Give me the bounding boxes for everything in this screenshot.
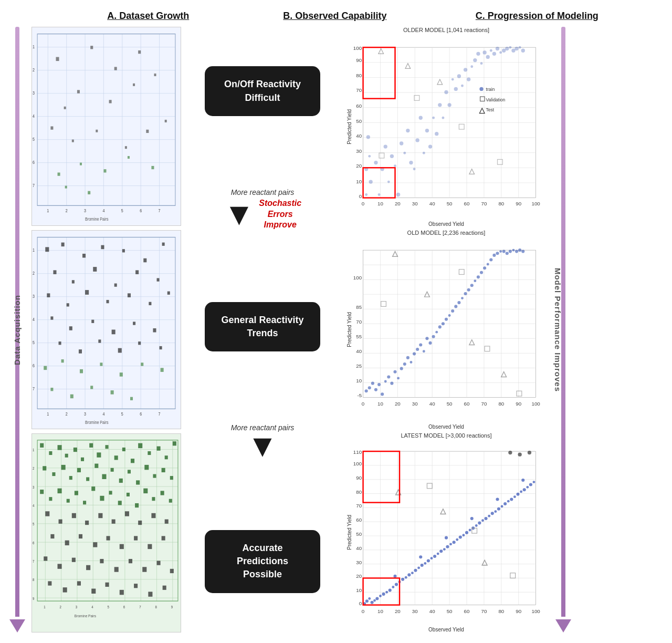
section-headers: A. Dataset Growth B. Observed Capability… [5, 11, 667, 22]
svg-point-441 [492, 254, 496, 257]
svg-text:80: 80 [498, 201, 504, 206]
scatter-old-model: OLD MODEL [2,236 reactions] Predicted Yi… [344, 230, 549, 430]
svg-point-564 [518, 453, 522, 457]
svg-text:3: 3 [33, 294, 35, 299]
svg-point-513 [395, 583, 398, 586]
svg-point-334 [482, 50, 486, 54]
svg-point-436 [477, 275, 480, 278]
svg-text:100: 100 [531, 201, 540, 206]
svg-point-421 [428, 341, 432, 345]
svg-text:70: 70 [481, 608, 487, 614]
svg-point-435 [474, 279, 476, 282]
svg-rect-198 [59, 520, 62, 524]
svg-point-504 [368, 597, 371, 600]
svg-point-408 [387, 375, 390, 378]
svg-text:1: 1 [33, 44, 35, 49]
svg-point-298 [368, 155, 371, 158]
svg-point-324 [452, 78, 454, 81]
svg-rect-169 [77, 468, 81, 472]
svg-text:20: 20 [395, 608, 401, 614]
capability-box-3-text: Accurate Predictions Possible [237, 543, 288, 579]
svg-point-447 [512, 249, 515, 252]
svg-rect-74 [143, 258, 146, 263]
svg-rect-76 [53, 270, 56, 274]
svg-point-448 [515, 250, 518, 253]
svg-point-419 [423, 350, 425, 352]
svg-text:50: 50 [447, 401, 453, 407]
svg-point-403 [371, 382, 374, 385]
svg-point-544 [494, 510, 497, 513]
svg-text:9: 9 [33, 596, 35, 600]
svg-point-343 [511, 49, 515, 53]
svg-point-555 [529, 483, 532, 486]
x-label-2: Observed Yield [344, 424, 549, 430]
svg-text:7: 7 [33, 183, 35, 188]
capability-box-1-text: On/Off Reactivity Difficult [224, 79, 301, 102]
svg-rect-23 [109, 100, 112, 103]
svg-text:5: 5 [33, 340, 35, 345]
svg-point-549 [510, 497, 513, 501]
svg-text:50: 50 [447, 608, 453, 614]
svg-rect-172 [102, 474, 106, 479]
svg-point-510 [385, 591, 388, 594]
svg-text:4: 4 [33, 113, 35, 119]
svg-point-429 [454, 305, 457, 308]
svg-rect-176 [136, 480, 140, 484]
svg-point-423 [435, 331, 438, 334]
svg-rect-33 [103, 169, 106, 172]
svg-point-404 [374, 388, 377, 391]
svg-rect-19 [77, 90, 80, 93]
svg-point-427 [448, 314, 451, 317]
svg-text:Bromine Pairs: Bromine Pairs [85, 420, 108, 425]
svg-rect-155 [97, 452, 101, 457]
svg-text:5: 5 [33, 522, 35, 526]
svg-rect-199 [72, 513, 76, 518]
svg-rect-153 [81, 458, 84, 461]
svg-text:9: 9 [171, 605, 173, 609]
scatter-svg-3: 0 10 20 30 40 50 60 70 80 90 [344, 440, 549, 626]
svg-point-337 [492, 52, 496, 56]
svg-point-438 [483, 266, 486, 269]
svg-point-336 [490, 49, 492, 52]
svg-rect-163 [165, 455, 168, 459]
svg-point-512 [392, 586, 394, 588]
svg-rect-217 [58, 564, 62, 568]
svg-rect-219 [86, 565, 90, 570]
svg-text:3: 3 [33, 90, 35, 96]
svg-rect-211 [107, 536, 110, 540]
svg-point-313 [416, 138, 419, 142]
svg-text:30: 30 [412, 401, 418, 407]
svg-point-315 [423, 152, 425, 154]
svg-rect-222 [129, 559, 132, 563]
svg-point-416 [413, 352, 416, 356]
svg-point-422 [432, 335, 435, 338]
svg-point-524 [430, 557, 433, 559]
svg-text:60: 60 [356, 517, 362, 523]
svg-point-357 [479, 87, 483, 91]
svg-rect-171 [94, 464, 98, 468]
svg-rect-81 [157, 278, 160, 281]
svg-rect-180 [170, 476, 173, 480]
svg-rect-29 [146, 130, 149, 133]
svg-rect-186 [83, 501, 86, 504]
svg-text:20: 20 [356, 573, 362, 579]
svg-rect-95 [59, 341, 61, 345]
svg-point-339 [499, 51, 502, 54]
svg-point-533 [459, 535, 462, 538]
svg-text:70: 70 [356, 319, 362, 325]
svg-text:70: 70 [356, 503, 362, 509]
svg-text:6: 6 [33, 363, 35, 368]
svg-rect-0 [32, 27, 181, 225]
svg-rect-187 [91, 486, 95, 491]
svg-point-406 [381, 392, 384, 396]
svg-text:1: 1 [47, 208, 49, 213]
svg-point-526 [437, 553, 439, 555]
svg-point-417 [416, 348, 419, 351]
svg-point-342 [509, 46, 511, 49]
svg-rect-99 [138, 341, 141, 345]
svg-rect-229 [91, 589, 96, 594]
svg-point-450 [521, 250, 524, 253]
svg-point-410 [393, 370, 396, 374]
svg-text:8: 8 [155, 605, 157, 609]
svg-text:2: 2 [33, 466, 35, 471]
